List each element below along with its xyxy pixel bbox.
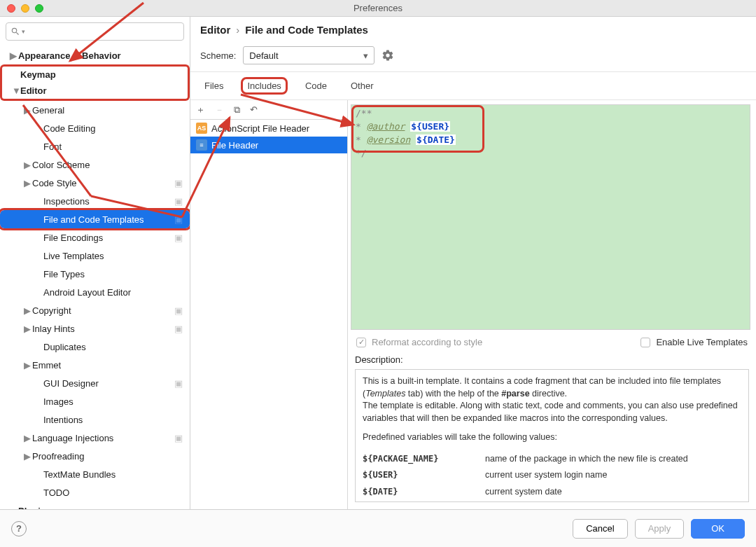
sidebar-item-label: Copyright <box>32 305 71 316</box>
scope-indicator-icon: ▣ <box>174 324 183 334</box>
sidebar-item-keymap[interactable]: Keymap <box>0 64 190 83</box>
template-editor[interactable]: /** * @author ${USER} * @version ${DATE}… <box>351 104 750 330</box>
file-type-icon: ≡ <box>196 139 207 151</box>
sidebar-item-general[interactable]: ▶General <box>0 101 190 119</box>
sidebar-item-todo[interactable]: TODO <box>0 483 190 501</box>
sidebar-item-label: Plugins <box>18 506 51 510</box>
reformat-label: Reformat according to style <box>372 337 482 347</box>
sidebar-item-label: Color Scheme <box>32 160 90 170</box>
template-item-file-header[interactable]: ≡File Header <box>190 137 347 153</box>
sidebar-item-emmet[interactable]: ▶Emmet <box>0 356 190 374</box>
tab-code[interactable]: Code <box>301 79 331 92</box>
zoom-window-icon[interactable] <box>35 4 43 13</box>
sidebar-item-duplicates[interactable]: Duplicates <box>0 338 190 356</box>
breadcrumb: Editor › File and Code Templates <box>190 17 756 42</box>
sidebar-item-label: Code Style <box>32 178 77 188</box>
tab-includes[interactable]: Includes <box>243 79 285 92</box>
scope-indicator-icon: ▣ <box>174 378 183 389</box>
sidebar-item-file-and-code-templates[interactable]: File and Code Templates▣ <box>0 210 190 228</box>
template-list: ＋ － ⧉ ↶ ASActionScript File Header≡File … <box>190 100 348 509</box>
gear-icon[interactable] <box>382 49 394 62</box>
sidebar-item-label: Font <box>43 141 62 152</box>
sidebar-item-label: Emmet <box>32 360 61 371</box>
ok-button[interactable]: OK <box>691 519 745 539</box>
predefined-variable-row: ${DATE}current system date <box>363 484 741 501</box>
caret-icon: ▶ <box>24 360 32 371</box>
sidebar-item-label: Proofreading <box>32 451 84 462</box>
tab-files[interactable]: Files <box>200 79 227 92</box>
sidebar-item-label: Live Templates <box>43 251 104 261</box>
enable-live-templates-checkbox[interactable] <box>640 338 650 347</box>
sidebar-item-images[interactable]: Images <box>0 392 190 410</box>
scheme-select[interactable]: Default ▾ <box>243 46 374 64</box>
sidebar-item-proofreading[interactable]: ▶Proofreading <box>0 447 190 465</box>
cancel-button[interactable]: Cancel <box>573 519 627 539</box>
sidebar-item-label: Android Layout Editor <box>43 287 131 298</box>
scope-indicator-icon: ▣ <box>174 233 183 243</box>
enable-live-templates-label: Enable Live Templates <box>656 337 748 347</box>
chevron-right-icon: › <box>236 24 239 36</box>
add-template-icon[interactable]: ＋ <box>196 104 205 116</box>
sidebar-item-file-encodings[interactable]: File Encodings▣ <box>0 228 190 247</box>
scope-indicator-icon: ▣ <box>174 196 183 207</box>
sidebar-item-label: GUI Designer <box>43 378 99 389</box>
sidebar-item-copyright[interactable]: ▶Copyright▣ <box>0 301 190 319</box>
apply-button: Apply <box>635 519 685 539</box>
reformat-checkbox <box>356 338 366 347</box>
revert-template-icon[interactable]: ↶ <box>250 104 258 115</box>
sidebar-item-color-scheme[interactable]: ▶Color Scheme <box>0 155 190 174</box>
file-type-icon: AS <box>196 123 207 134</box>
sidebar-item-android-layout-editor[interactable]: Android Layout Editor <box>0 283 190 301</box>
sidebar-item-code-editing[interactable]: Code Editing <box>0 119 190 137</box>
sidebar-item-editor[interactable]: ▼Editor <box>0 83 190 101</box>
sidebar-item-gui-designer[interactable]: GUI Designer▣ <box>0 374 190 392</box>
tab-other[interactable]: Other <box>346 79 378 92</box>
sidebar-item-label: TextMate Bundles <box>43 469 115 480</box>
sidebar-item-live-templates[interactable]: Live Templates <box>0 247 190 265</box>
scheme-label: Scheme: <box>200 50 236 61</box>
sidebar-item-language-injections[interactable]: ▶Language Injections▣ <box>0 429 190 447</box>
predefined-variable-row: ${PACKAGE_NAME}name of the package in wh… <box>363 451 741 468</box>
sidebar-item-label: File Types <box>43 269 85 279</box>
scope-indicator-icon: ▣ <box>174 433 183 443</box>
window-title: Preferences <box>354 3 402 13</box>
remove-template-icon: － <box>215 104 224 116</box>
close-window-icon[interactable] <box>7 4 15 13</box>
sidebar-item-inspections[interactable]: Inspections▣ <box>0 192 190 210</box>
sidebar-item-inlay-hints[interactable]: ▶Inlay Hints▣ <box>0 319 190 338</box>
sidebar-item-file-types[interactable]: File Types <box>0 265 190 283</box>
sidebar-search-input[interactable]: ▾ <box>6 22 184 41</box>
sidebar-item-label: File and Code Templates <box>43 214 144 225</box>
sidebar-item-intentions[interactable]: Intentions <box>0 410 190 429</box>
scope-indicator-icon: ▣ <box>174 178 183 188</box>
preferences-sidebar: ▾ ▶Appearance & BehaviorKeymap▼Editor▶Ge… <box>0 17 190 509</box>
minimize-window-icon[interactable] <box>21 4 29 13</box>
scope-indicator-icon: ▣ <box>174 305 183 316</box>
caret-icon: ▶ <box>24 324 32 334</box>
sidebar-item-font[interactable]: Font <box>0 137 190 155</box>
sidebar-item-label: Code Editing <box>43 123 95 134</box>
sidebar-item-plugins[interactable]: Plugins <box>0 501 190 509</box>
sidebar-item-label: Appearance & Behavior <box>18 50 121 61</box>
breadcrumb-leaf: File and Code Templates <box>245 24 368 36</box>
caret-icon: ▶ <box>10 50 18 61</box>
description-box: This is a built-in template. It contains… <box>355 369 749 502</box>
scheme-value: Default <box>249 50 278 61</box>
sidebar-item-label: TODO <box>43 487 69 498</box>
caret-icon: ▶ <box>24 160 32 170</box>
copy-template-icon[interactable]: ⧉ <box>234 104 240 116</box>
sidebar-item-appearance-behavior[interactable]: ▶Appearance & Behavior <box>0 46 190 64</box>
template-item-actionscript-file-header[interactable]: ASActionScript File Header <box>190 120 347 137</box>
help-button[interactable]: ? <box>11 521 27 536</box>
caret-icon: ▼ <box>12 85 20 96</box>
caret-icon: ▶ <box>24 178 32 188</box>
sidebar-item-code-style[interactable]: ▶Code Style▣ <box>0 174 190 192</box>
search-icon <box>10 27 20 36</box>
breadcrumb-root[interactable]: Editor <box>200 24 230 36</box>
scope-indicator-icon: ▣ <box>174 214 183 225</box>
caret-icon: ▶ <box>24 105 32 116</box>
sidebar-item-textmate-bundles[interactable]: TextMate Bundles <box>0 465 190 483</box>
description-heading: Description: <box>348 352 756 366</box>
sidebar-item-label: Duplicates <box>43 342 86 352</box>
predefined-variable-row: ${USER}current user system login name <box>363 467 741 484</box>
